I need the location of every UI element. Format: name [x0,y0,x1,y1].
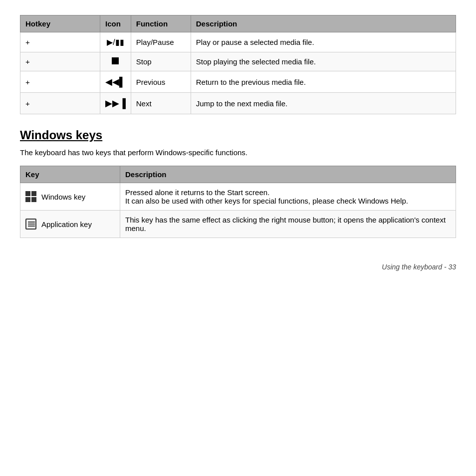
hotkey-cell: + [20,93,100,114]
description-cell: Jump to the next media file. [191,93,456,114]
hotkey-cell: + [20,52,100,71]
key-cell: Windows key [20,183,120,211]
hotkey-cell: + [20,32,100,52]
icon-cell: ▶/▮▮ [100,32,131,52]
key-cell: Application key [20,211,120,238]
description-cell: Play or pause a selected media file. [191,32,456,52]
icon-header: Icon [100,15,131,32]
description-cell: Return to the previous media file. [191,71,456,93]
function-cell: Previous [131,71,191,93]
icon-cell: ◀◀▌ [100,71,131,93]
stop-icon [112,57,119,64]
desc-header: Description [120,166,456,183]
hotkey-cell: + [20,71,100,93]
hotkey-table: Hotkey Icon Function Description + ▶/▮▮P… [20,15,456,114]
description-cell: Stop playing the selected media file. [191,52,456,71]
windows-keys-title: Windows keys [20,128,456,142]
description-header: Description [191,15,456,32]
function-cell: Next [131,93,191,114]
key-label: Application key [41,220,92,229]
icon-cell [100,52,131,71]
function-cell: Stop [131,52,191,71]
page-footer: Using the keyboard - 33 [20,258,456,271]
windows-desc-cell: This key has the same effect as clicking… [120,211,456,238]
windows-keys-table: Key Description Windows key Pressed alon… [20,166,456,238]
hotkey-header: Hotkey [20,15,100,32]
windows-desc-cell: Pressed alone it returns to the Start sc… [120,183,456,211]
function-cell: Play/Pause [131,32,191,52]
windows-icon [25,191,36,202]
application-icon [25,219,36,230]
playpause-icon: ▶/▮▮ [107,38,124,46]
function-header: Function [131,15,191,32]
key-label: Windows key [41,193,85,201]
windows-keys-desc: The keyboard has two keys that perform W… [20,148,456,157]
icon-cell: ▶▶▐ [100,93,131,114]
prev-icon: ◀◀▌ [105,77,126,87]
next-icon: ▶▶▐ [105,98,126,108]
key-header: Key [20,166,120,183]
